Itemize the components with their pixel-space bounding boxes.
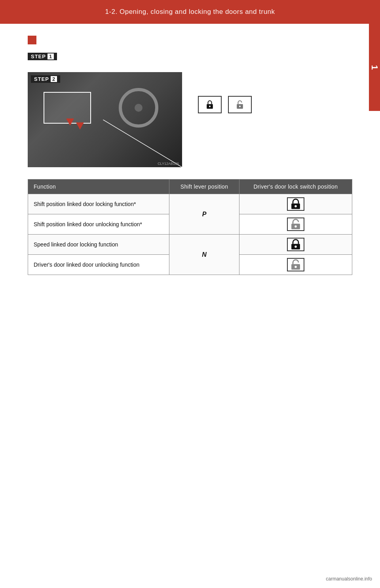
locked-padlock-icon <box>289 199 302 210</box>
unlocked-padlock-icon <box>289 259 302 270</box>
lock-icon-locked <box>198 96 222 113</box>
table-locked-icon <box>287 238 304 251</box>
arrow-icon-1 <box>66 118 74 126</box>
lock-icons-area <box>198 72 252 113</box>
svg-point-8 <box>294 225 296 227</box>
console-highlight-box <box>44 92 91 124</box>
function-table: Function Shift lever position Driver's d… <box>28 179 352 275</box>
arrow-icon-2 <box>76 122 84 130</box>
unlocked-padlock-icon <box>235 99 245 110</box>
header-title: 1-2. Opening, closing and locking the do… <box>105 8 275 16</box>
table-cell-function: Driver's door linked door unlocking func… <box>28 255 169 275</box>
table-row: Speed linked door locking functionN <box>28 235 352 255</box>
lock-icon-unlocked <box>228 96 252 113</box>
table-cell-function: Speed linked door locking function <box>28 235 169 255</box>
lock-icons-row <box>198 96 252 113</box>
unlocked-padlock-icon <box>289 219 302 230</box>
svg-point-12 <box>294 266 296 268</box>
table-cell-function: Shift position linked door locking funct… <box>28 194 169 214</box>
section-marker <box>28 36 36 44</box>
chapter-tab: 1 <box>369 24 380 111</box>
car-image: STEP 2 CLY12AB186 <box>28 72 182 167</box>
main-content: STEP 1 STEP 2 <box>0 24 380 291</box>
image-code: CLY12AB186 <box>158 162 179 166</box>
locked-padlock-icon <box>205 99 215 110</box>
table-row: Shift position linked door locking funct… <box>28 194 352 214</box>
steering-wheel <box>119 88 158 128</box>
step1-section: STEP 1 <box>28 53 352 65</box>
table-cell-lock <box>239 255 352 275</box>
chapter-number: 1 <box>369 65 380 70</box>
table-locked-icon <box>287 197 304 211</box>
col-header-lock: Driver's door lock switch position <box>239 179 352 194</box>
table-cell-shift: P <box>169 194 239 235</box>
svg-point-6 <box>294 205 296 207</box>
svg-point-4 <box>239 106 241 107</box>
table-cell-lock <box>239 235 352 255</box>
table-unlocked-icon <box>287 218 304 231</box>
step1-label: STEP 1 <box>28 53 57 60</box>
col-header-function: Function <box>28 179 169 194</box>
step2-label: STEP 2 <box>31 75 60 88</box>
table-unlocked-icon <box>287 258 304 271</box>
footer-watermark: carmanualsonline.info <box>326 576 372 582</box>
table-cell-function: Shift position linked door unlocking fun… <box>28 214 169 235</box>
svg-point-10 <box>294 246 296 248</box>
page-header: 1-2. Opening, closing and locking the do… <box>0 0 380 24</box>
locked-padlock-icon <box>289 239 302 250</box>
table-cell-lock <box>239 214 352 235</box>
table-cell-lock <box>239 194 352 214</box>
svg-point-2 <box>209 106 211 107</box>
col-header-shift: Shift lever position <box>169 179 239 194</box>
step2-section: STEP 2 CLY12AB186 <box>28 72 352 167</box>
table-cell-shift: N <box>169 235 239 275</box>
